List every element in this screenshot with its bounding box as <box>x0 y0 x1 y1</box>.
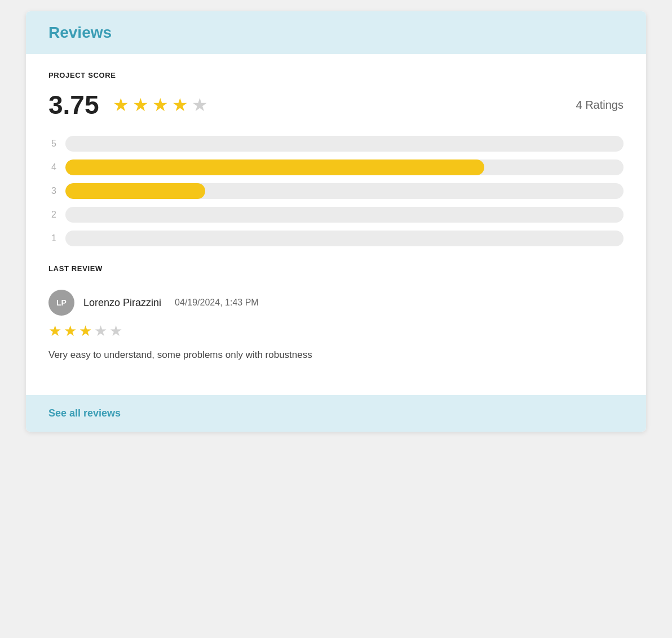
bar-row-5: 5 <box>48 136 624 152</box>
bar-fill-4 <box>65 160 484 175</box>
reviewer-row: LP Lorenzo Pirazzini 04/19/2024, 1:43 PM <box>48 290 624 316</box>
bar-label-1: 1 <box>48 233 56 243</box>
review-star-3: ★ <box>79 322 92 340</box>
card-footer: See all reviews <box>26 395 646 432</box>
bar-fill-3 <box>65 183 205 199</box>
card-body: PROJECT SCORE 3.75 ★ ★ ★ ★ ★ 4 Ratings 5… <box>26 54 646 395</box>
review-star-5: ★ <box>109 322 122 340</box>
project-score-label: PROJECT SCORE <box>48 71 624 79</box>
star-4: ★ <box>172 94 188 116</box>
bar-label-5: 5 <box>48 139 56 149</box>
score-stars: ★ ★ ★ ★ ★ <box>113 94 208 116</box>
review-star-2: ★ <box>64 322 77 340</box>
bar-row-3: 3 <box>48 183 624 199</box>
bar-label-4: 4 <box>48 162 56 172</box>
score-value: 3.75 <box>48 90 99 120</box>
bar-row-2: 2 <box>48 207 624 223</box>
bar-track-2 <box>65 207 624 223</box>
see-all-reviews-link[interactable]: See all reviews <box>48 407 121 419</box>
page-title: Reviews <box>48 24 624 42</box>
ratings-count: 4 Ratings <box>576 99 624 112</box>
review-star-1: ★ <box>48 322 61 340</box>
star-2: ★ <box>132 94 149 116</box>
reviewer-name: Lorenzo Pirazzini <box>83 297 161 309</box>
review-star-4: ★ <box>94 322 107 340</box>
bar-track-3 <box>65 183 624 199</box>
last-review-label: LAST REVIEW <box>48 264 624 273</box>
review-item: LP Lorenzo Pirazzini 04/19/2024, 1:43 PM… <box>48 283 624 369</box>
star-3: ★ <box>152 94 169 116</box>
bar-track-1 <box>65 231 624 246</box>
rating-bars: 5 4 3 2 <box>48 136 624 246</box>
avatar: LP <box>48 290 74 316</box>
card-header: Reviews <box>26 11 646 54</box>
star-5: ★ <box>192 94 208 116</box>
review-text: Very easy to understand, some problems o… <box>48 348 624 362</box>
bar-label-3: 3 <box>48 186 56 196</box>
bar-label-2: 2 <box>48 210 56 220</box>
score-row: 3.75 ★ ★ ★ ★ ★ 4 Ratings <box>48 90 624 120</box>
star-1: ★ <box>113 94 129 116</box>
review-stars: ★ ★ ★ ★ ★ <box>48 322 624 340</box>
last-review-section: LAST REVIEW LP Lorenzo Pirazzini 04/19/2… <box>48 264 624 369</box>
reviews-card: Reviews PROJECT SCORE 3.75 ★ ★ ★ ★ ★ 4 R… <box>26 11 646 432</box>
bar-track-5 <box>65 136 624 152</box>
bar-row-1: 1 <box>48 231 624 246</box>
bar-track-4 <box>65 160 624 175</box>
review-date: 04/19/2024, 1:43 PM <box>175 298 259 308</box>
bar-row-4: 4 <box>48 160 624 175</box>
